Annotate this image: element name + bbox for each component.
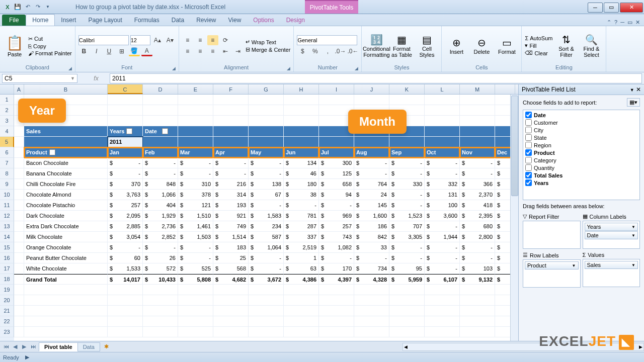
- fx-icon[interactable]: fx: [94, 75, 98, 82]
- cell-C9[interactable]: $370: [108, 179, 143, 190]
- underline-button[interactable]: U: [104, 46, 115, 56]
- cell-E8[interactable]: $-: [178, 168, 213, 179]
- col-header-B[interactable]: B: [24, 84, 108, 94]
- find-select-button[interactable]: 🔍Find & Select: [580, 29, 603, 62]
- row-header-13[interactable]: 13: [0, 221, 14, 232]
- cell-J1[interactable]: [354, 95, 389, 105]
- tab-home[interactable]: Home: [26, 14, 55, 26]
- cell-K8[interactable]: $-: [389, 168, 425, 179]
- cell-E6[interactable]: Mar: [178, 147, 213, 158]
- tab-page-layout[interactable]: Page Layout: [82, 15, 128, 26]
- cell-M4[interactable]: [460, 126, 495, 137]
- cell-M18[interactable]: $9,132: [460, 274, 495, 285]
- cut-button[interactable]: ✂Cut: [28, 36, 72, 42]
- insert-cells-button[interactable]: ⊕Insert: [445, 29, 468, 62]
- cell-F14[interactable]: $1,514: [213, 232, 249, 242]
- tab-formulas[interactable]: Formulas: [128, 15, 166, 26]
- cell-styles-button[interactable]: ▤Cell Styles: [415, 29, 438, 62]
- field-region[interactable]: Region: [524, 141, 638, 149]
- cell-B18[interactable]: Grand Total: [24, 274, 108, 285]
- cell-D8[interactable]: $-: [143, 168, 178, 179]
- cell-C11[interactable]: $257: [108, 200, 143, 211]
- cell-K15[interactable]: $-: [389, 242, 425, 253]
- cell-M17[interactable]: $103: [460, 263, 495, 274]
- formula-input[interactable]: 2011: [110, 73, 642, 83]
- cell-H10[interactable]: $38: [284, 190, 319, 200]
- cell-G17[interactable]: $-: [249, 263, 284, 274]
- autosum-button[interactable]: ΣAutoSum: [525, 35, 552, 41]
- cell-M8[interactable]: $-: [460, 168, 495, 179]
- cell-C13[interactable]: $2,885: [108, 221, 143, 232]
- field-checkbox[interactable]: [525, 112, 532, 118]
- cell-B5[interactable]: [24, 137, 108, 147]
- font-dialog-icon[interactable]: ◢: [172, 66, 176, 71]
- cell-A11[interactable]: [14, 200, 24, 211]
- cell-E15[interactable]: $-: [178, 242, 213, 253]
- cell-F21[interactable]: [213, 306, 249, 316]
- cell-B23[interactable]: [24, 327, 108, 337]
- last-tab-icon[interactable]: ⏭: [29, 343, 37, 350]
- area-item-product[interactable]: Product▼: [525, 261, 579, 269]
- field-years[interactable]: Years: [524, 179, 638, 187]
- cell-M10[interactable]: $2,370: [460, 190, 495, 200]
- italic-button[interactable]: I: [91, 46, 102, 56]
- row-header-10[interactable]: 10: [0, 190, 14, 200]
- cell-H12[interactable]: $781: [284, 211, 319, 221]
- cell-A20[interactable]: [14, 295, 24, 306]
- cell-J6[interactable]: Aug: [354, 147, 389, 158]
- cell-K22[interactable]: [389, 316, 425, 327]
- sheet-tab-pivot[interactable]: Pivot table: [39, 342, 78, 351]
- cell-B19[interactable]: [24, 285, 108, 295]
- align-center-icon[interactable]: ≡: [195, 46, 206, 56]
- col-header-H[interactable]: H: [284, 84, 319, 94]
- column-headers[interactable]: ABCDEFGHIJKLM: [0, 84, 518, 95]
- cell-A4[interactable]: [14, 126, 24, 137]
- cell-C18[interactable]: $14,017: [108, 274, 143, 285]
- cell-D9[interactable]: $848: [143, 179, 178, 190]
- cell-L4[interactable]: [425, 126, 460, 137]
- area-item-years[interactable]: Years▼: [585, 223, 638, 231]
- field-total-sales[interactable]: Total Sales: [524, 171, 638, 179]
- cell-G16[interactable]: $-: [249, 253, 284, 263]
- cell-H23[interactable]: [284, 327, 319, 337]
- cell-C7[interactable]: $-: [108, 158, 143, 168]
- cell-L23[interactable]: [425, 327, 460, 337]
- cell-D13[interactable]: $2,736: [143, 221, 178, 232]
- cell-E16[interactable]: $-: [178, 253, 213, 263]
- cell-C2[interactable]: [108, 105, 143, 116]
- fieldlist-layout-button[interactable]: ▦▾: [627, 98, 640, 107]
- cell-A5[interactable]: [14, 137, 24, 147]
- cell-J18[interactable]: $4,328: [354, 274, 389, 285]
- cell-G13[interactable]: $234: [249, 221, 284, 232]
- cell-J17[interactable]: $734: [354, 263, 389, 274]
- currency-icon[interactable]: $: [297, 46, 308, 56]
- cell-L12[interactable]: $3,600: [425, 211, 460, 221]
- cell-C8[interactable]: $-: [108, 168, 143, 179]
- tab-review[interactable]: Review: [190, 15, 222, 26]
- cell-M14[interactable]: $2,800: [460, 232, 495, 242]
- row-headers[interactable]: 1234567891011121314151617181920212223: [0, 95, 14, 341]
- row-header-18[interactable]: 18: [0, 274, 14, 285]
- cell-M9[interactable]: $366: [460, 179, 495, 190]
- cell-I19[interactable]: [319, 285, 354, 295]
- cell-D23[interactable]: [143, 327, 178, 337]
- cell-D6[interactable]: Feb: [143, 147, 178, 158]
- cell-M2[interactable]: [460, 105, 495, 116]
- cell-D7[interactable]: $-: [143, 158, 178, 168]
- row-header-14[interactable]: 14: [0, 232, 14, 242]
- cell-F5[interactable]: [213, 137, 249, 147]
- cell-L3[interactable]: [425, 116, 460, 126]
- row-header-7[interactable]: 7: [0, 158, 14, 168]
- cell-L2[interactable]: [425, 105, 460, 116]
- dec-decimal-icon[interactable]: .0←: [347, 46, 358, 56]
- row-header-3[interactable]: 3: [0, 116, 14, 126]
- cell-I15[interactable]: $1,082: [319, 242, 354, 253]
- cell-K11[interactable]: $-: [389, 200, 425, 211]
- cell-M22[interactable]: [460, 316, 495, 327]
- cell-B9[interactable]: Chilli Chocolate Fire: [24, 179, 108, 190]
- inc-decimal-icon[interactable]: .0→: [335, 46, 346, 56]
- merge-center-button[interactable]: ⊟Merge & Center: [246, 46, 291, 53]
- row-header-21[interactable]: 21: [0, 306, 14, 316]
- cell-B8[interactable]: Banana Chocolate: [24, 168, 108, 179]
- cell-I11[interactable]: $-: [319, 200, 354, 211]
